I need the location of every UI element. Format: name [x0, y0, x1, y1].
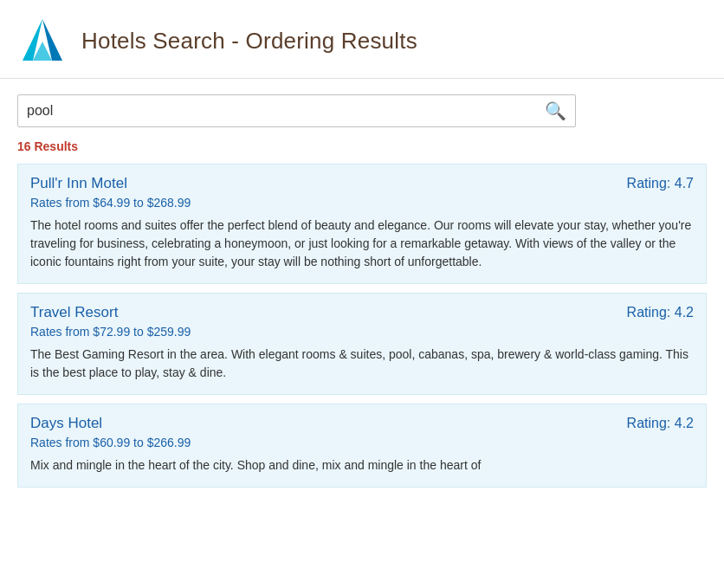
hotel-name[interactable]: Days Hotel: [30, 415, 102, 432]
results-area[interactable]: Pull'r Inn Motel Rating: 4.7 Rates from …: [0, 164, 724, 496]
hotel-card: Travel Resort Rating: 4.2 Rates from $72…: [17, 293, 707, 395]
hotel-description: Mix and mingle in the heart of the city.…: [30, 456, 694, 475]
hotel-card: Days Hotel Rating: 4.2 Rates from $60.99…: [17, 404, 707, 488]
results-count-text: Results: [34, 139, 78, 153]
hotel-description: The Best Gaming Resort in the area. With…: [30, 346, 694, 382]
results-count: 16 Results: [0, 136, 724, 164]
search-input[interactable]: [27, 103, 540, 119]
hotel-rating: Rating: 4.2: [627, 305, 694, 320]
hotel-name[interactable]: Travel Resort: [30, 304, 118, 321]
hotel-card: Pull'r Inn Motel Rating: 4.7 Rates from …: [17, 164, 707, 284]
results-count-number: 16: [17, 139, 31, 153]
search-bar: 🔍: [17, 94, 576, 127]
hotel-rates: Rates from $60.99 to $266.99: [30, 436, 694, 449]
hotel-description: The hotel rooms and suites offer the per…: [30, 216, 694, 271]
search-icon[interactable]: 🔍: [545, 100, 566, 121]
header: Hotels Search - Ordering Results: [0, 0, 724, 79]
hotel-name[interactable]: Pull'r Inn Motel: [30, 175, 127, 192]
hotel-rating: Rating: 4.2: [627, 416, 694, 431]
page-title: Hotels Search - Ordering Results: [81, 28, 417, 55]
hotel-rates: Rates from $64.99 to $268.99: [30, 196, 694, 210]
hotel-rates: Rates from $72.99 to $259.99: [30, 325, 694, 339]
logo-icon: [17, 16, 68, 66]
hotel-card-header: Pull'r Inn Motel Rating: 4.7: [30, 175, 694, 192]
search-bar-container: 🔍: [0, 79, 724, 136]
hotel-rating: Rating: 4.7: [627, 176, 694, 191]
hotel-card-header: Travel Resort Rating: 4.2: [30, 304, 694, 321]
hotel-card-header: Days Hotel Rating: 4.2: [30, 415, 694, 432]
